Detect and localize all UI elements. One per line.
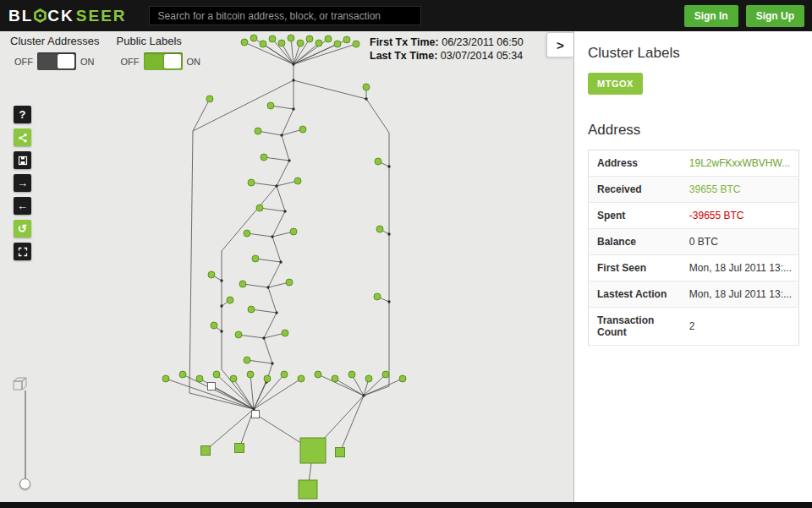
tx-address-node[interactable]: [382, 371, 389, 378]
tx-address-node[interactable]: [244, 357, 250, 363]
tx-junction[interactable]: [275, 184, 277, 187]
tx-junction[interactable]: [292, 107, 294, 110]
tx-address-node[interactable]: [239, 281, 246, 287]
zoom-slider-knob[interactable]: [19, 478, 30, 489]
tx-address-node[interactable]: [247, 371, 254, 378]
tx-junction[interactable]: [220, 304, 222, 307]
tx-junction[interactable]: [387, 232, 390, 235]
cluster-label-tag[interactable]: MTGOX: [588, 73, 643, 95]
tx-address-node[interactable]: [196, 375, 203, 382]
tx-address-node[interactable]: [399, 375, 406, 382]
tx-junction[interactable]: [387, 300, 390, 303]
tx-output-square-green[interactable]: [300, 438, 326, 463]
tx-junction[interactable]: [283, 210, 286, 212]
graph-canvas[interactable]: Cluster Addresses OFF ON Public Labels O…: [0, 31, 573, 502]
tx-address-node[interactable]: [269, 36, 276, 42]
tx-output-square-green[interactable]: [299, 480, 317, 499]
tx-address-node[interactable]: [211, 322, 217, 329]
tx-junction[interactable]: [365, 97, 367, 100]
tx-junction[interactable]: [262, 336, 265, 339]
tx-address-node[interactable]: [206, 96, 213, 102]
sign-up-button[interactable]: Sign Up: [746, 5, 804, 27]
tx-address-node[interactable]: [315, 371, 321, 378]
tx-address-node[interactable]: [255, 128, 261, 134]
cluster-addresses-toggle[interactable]: [37, 52, 76, 70]
expand-button[interactable]: [14, 243, 31, 260]
tx-junction[interactable]: [387, 165, 390, 167]
tx-address-node[interactable]: [208, 271, 215, 278]
tx-output-square-white[interactable]: [252, 411, 260, 418]
tx-address-node[interactable]: [162, 375, 169, 382]
tx-junction[interactable]: [288, 159, 290, 161]
tx-address-node[interactable]: [343, 36, 350, 43]
tx-address-node[interactable]: [281, 371, 288, 378]
tx-address-node[interactable]: [294, 178, 301, 184]
tx-address-node[interactable]: [325, 36, 332, 42]
tx-junction[interactable]: [220, 279, 222, 281]
toggle-knob[interactable]: [164, 54, 181, 68]
tx-address-node[interactable]: [256, 205, 263, 211]
tx-address-node[interactable]: [375, 158, 381, 165]
tx-junction[interactable]: [275, 311, 277, 314]
tx-output-square-white[interactable]: [208, 383, 216, 391]
zoom-slider-track[interactable]: [25, 391, 26, 483]
tx-address-node[interactable]: [282, 330, 288, 336]
tx-address-node[interactable]: [248, 179, 255, 186]
tx-address-node[interactable]: [363, 84, 370, 90]
tx-address-node[interactable]: [332, 375, 338, 382]
tx-address-node[interactable]: [235, 331, 242, 338]
tx-address-node[interactable]: [315, 40, 322, 46]
tx-junction[interactable]: [271, 362, 273, 364]
tx-address-node[interactable]: [244, 230, 250, 237]
back-button[interactable]: ←: [14, 197, 31, 215]
tx-address-node[interactable]: [260, 41, 266, 47]
tx-junction[interactable]: [220, 330, 222, 332]
tx-address-node[interactable]: [261, 154, 267, 161]
tx-address-node[interactable]: [299, 126, 306, 133]
toggle-knob[interactable]: [58, 54, 74, 68]
transaction-graph[interactable]: [0, 31, 573, 502]
panel-collapse-tab[interactable]: >: [546, 32, 573, 57]
tx-junction[interactable]: [279, 260, 282, 263]
tx-junction[interactable]: [292, 63, 294, 65]
tx-address-node[interactable]: [213, 371, 220, 378]
tx-address-node[interactable]: [334, 41, 341, 47]
tx-address-node[interactable]: [374, 293, 381, 300]
tx-junction[interactable]: [362, 394, 365, 396]
tx-address-node[interactable]: [248, 306, 255, 313]
tx-junction[interactable]: [266, 286, 269, 288]
tx-address-node[interactable]: [306, 36, 313, 42]
tx-address-node[interactable]: [286, 279, 293, 286]
search-input[interactable]: [149, 6, 421, 25]
tx-address-node[interactable]: [278, 40, 285, 46]
public-labels-toggle[interactable]: [144, 52, 183, 70]
tx-address-node[interactable]: [241, 39, 248, 46]
tx-output-square-green[interactable]: [336, 448, 345, 457]
blockseer-logo[interactable]: BL CK SEER: [8, 7, 127, 25]
tx-address-node[interactable]: [179, 371, 186, 378]
tx-address-node[interactable]: [290, 228, 297, 235]
tx-output-square-green[interactable]: [235, 444, 244, 453]
help-button[interactable]: ?: [14, 106, 31, 123]
tx-address-node[interactable]: [288, 35, 294, 41]
undo-button[interactable]: ↺: [14, 220, 31, 238]
tx-address-node[interactable]: [267, 102, 274, 109]
tx-address-node[interactable]: [252, 255, 259, 262]
tx-address-node[interactable]: [376, 226, 383, 232]
save-button[interactable]: [14, 151, 31, 169]
forward-button[interactable]: →: [14, 174, 31, 192]
tx-address-node[interactable]: [298, 375, 304, 382]
tx-address-node[interactable]: [365, 375, 372, 382]
tx-junction[interactable]: [271, 235, 273, 238]
tx-address-node[interactable]: [230, 375, 237, 382]
tx-junction[interactable]: [280, 134, 283, 136]
tx-address-node[interactable]: [264, 375, 271, 382]
tx-output-square-green[interactable]: [201, 446, 211, 456]
row-value[interactable]: 19L2wFKxxWBVHW...: [686, 150, 799, 177]
tx-address-node[interactable]: [227, 297, 233, 303]
share-button[interactable]: [14, 128, 31, 146]
tx-address-node[interactable]: [250, 35, 257, 41]
tx-address-node[interactable]: [353, 41, 359, 47]
sign-in-button[interactable]: Sign In: [684, 5, 738, 27]
tx-junction[interactable]: [292, 79, 294, 81]
